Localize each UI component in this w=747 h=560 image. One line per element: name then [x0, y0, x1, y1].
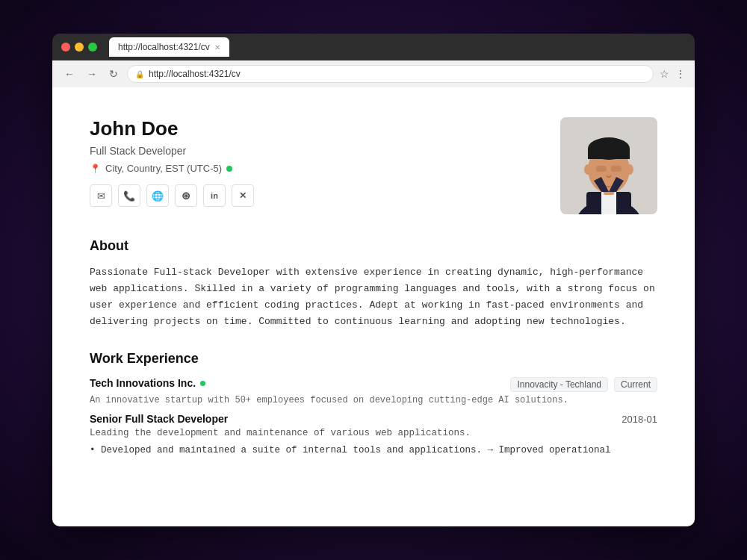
twitter-icon: ✕	[239, 190, 247, 201]
forward-button[interactable]: →	[84, 66, 100, 81]
minimize-button[interactable]	[75, 43, 84, 52]
tab-title: http://localhost:4321/cv	[118, 42, 210, 52]
location-text: City, Country, EST (UTC-5)	[105, 163, 222, 174]
work-section: Work Experience Tech Innovations Inc. In…	[90, 351, 657, 458]
github-icon: ⊛	[182, 190, 190, 202]
cv-header-info: John Doe Full Stack Developer 📍 City, Co…	[90, 117, 254, 207]
about-section-title: About	[90, 238, 657, 254]
cv-header: John Doe Full Stack Developer 📍 City, Co…	[90, 117, 657, 214]
company-item: Tech Innovations Inc. Innovacity - Techl…	[90, 377, 657, 458]
svg-point-9	[626, 164, 633, 175]
job-title-row: Senior Full Stack Developer 2018-01	[90, 413, 657, 425]
about-text: Passionate Full-stack Developer with ext…	[90, 264, 657, 330]
browser-toolbar: ← → ↻ 🔒 http://localhost:4321/cv ☆ ⋮	[52, 60, 695, 87]
email-link[interactable]: ✉	[90, 184, 112, 207]
back-button[interactable]: ←	[61, 66, 78, 81]
phone-link[interactable]: 📞	[118, 184, 140, 207]
company-description: An innovative startup with 50+ employees…	[90, 395, 657, 405]
tab-bar: http://localhost:4321/cv ✕	[109, 37, 686, 57]
company-active-dot	[200, 381, 205, 386]
svg-rect-7	[588, 149, 630, 159]
svg-rect-11	[611, 166, 622, 172]
job-bullets: • Developed and maintained a suite of in…	[90, 443, 657, 458]
svg-rect-10	[596, 166, 607, 172]
work-section-title: Work Experience	[90, 351, 657, 367]
company-status-badge: Current	[614, 377, 657, 392]
cv-avatar	[560, 117, 657, 214]
cv-social-links: ✉ 📞 🌐 ⊛ in ✕	[90, 184, 254, 207]
twitter-link[interactable]: ✕	[232, 184, 254, 207]
browser-titlebar: http://localhost:4321/cv ✕	[52, 34, 695, 60]
browser-window: http://localhost:4321/cv ✕ ← → ↻ 🔒 http:…	[52, 34, 695, 526]
globe-icon: 🌐	[152, 190, 164, 202]
browser-content: John Doe Full Stack Developer 📍 City, Co…	[52, 87, 695, 526]
cv-location: 📍 City, Country, EST (UTC-5)	[90, 163, 254, 174]
job-title: Senior Full Stack Developer	[90, 413, 228, 425]
company-header-row: Tech Innovations Inc. Innovacity - Techl…	[90, 377, 657, 392]
online-status-dot	[226, 166, 232, 172]
linkedin-icon: in	[211, 191, 218, 200]
about-section: About Passionate Full-stack Developer wi…	[90, 238, 657, 330]
tab-close-button[interactable]: ✕	[214, 43, 220, 52]
linkedin-link[interactable]: in	[203, 184, 226, 207]
menu-icon[interactable]: ⋮	[675, 68, 686, 80]
toolbar-icons: ☆ ⋮	[660, 68, 686, 80]
reload-button[interactable]: ↻	[106, 66, 121, 81]
location-pin-icon: 📍	[90, 164, 101, 174]
lock-icon: 🔒	[135, 70, 144, 78]
company-name: Tech Innovations Inc.	[90, 377, 205, 389]
bookmark-star-icon[interactable]: ☆	[660, 68, 669, 80]
svg-rect-3	[601, 192, 616, 214]
job-subtitle: Leading the development and maintenance …	[90, 428, 657, 438]
company-location-badge: Innovacity - Techland	[510, 377, 608, 392]
job-date: 2018-01	[622, 414, 657, 425]
maximize-button[interactable]	[88, 43, 97, 52]
github-link[interactable]: ⊛	[175, 184, 197, 207]
phone-icon: 📞	[123, 190, 135, 202]
website-link[interactable]: 🌐	[146, 184, 169, 207]
active-tab[interactable]: http://localhost:4321/cv ✕	[109, 37, 229, 57]
svg-point-8	[584, 164, 592, 175]
address-bar[interactable]: 🔒 http://localhost:4321/cv	[127, 65, 654, 83]
address-text: http://localhost:4321/cv	[149, 69, 241, 79]
cv-title: Full Stack Developer	[90, 145, 254, 157]
close-button[interactable]	[61, 43, 70, 52]
email-icon: ✉	[97, 190, 105, 202]
traffic-lights	[61, 43, 97, 52]
position-item: Senior Full Stack Developer 2018-01 Lead…	[90, 413, 657, 458]
cv-name: John Doe	[90, 117, 254, 140]
company-meta: Innovacity - Techland Current	[510, 377, 657, 392]
